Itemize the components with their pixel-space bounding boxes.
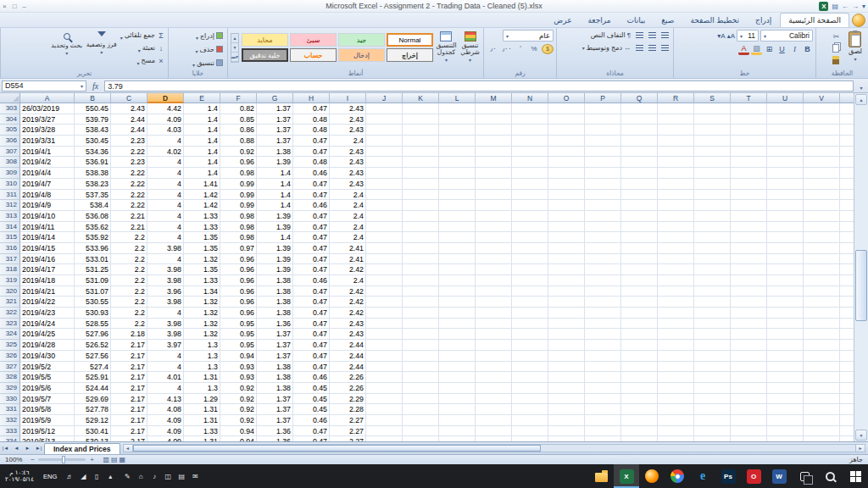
column-header-j[interactable]: J — [366, 93, 403, 103]
cell-I304[interactable]: 2.43 — [330, 114, 366, 125]
cell-N303[interactable] — [512, 103, 548, 114]
cell-I330[interactable]: 2.29 — [330, 394, 366, 405]
cell-O309[interactable] — [548, 168, 585, 179]
align-middle-button[interactable] — [647, 30, 658, 41]
cell-G317[interactable]: 1.39 — [257, 254, 293, 265]
cell-Q328[interactable] — [621, 372, 658, 383]
cell-Q312[interactable] — [621, 200, 658, 211]
cell-A330[interactable]: 2019/5/7 — [20, 394, 75, 405]
cell-A325[interactable]: 2019/4/28 — [20, 340, 75, 351]
cell-V331[interactable] — [804, 404, 840, 415]
cell-Q316[interactable] — [621, 243, 658, 254]
delete-cells-button[interactable]: حذف — [194, 43, 225, 55]
cell-B310[interactable]: 538.23 — [75, 179, 111, 190]
cell-V309[interactable] — [804, 168, 840, 179]
taskbar-edge-button[interactable]: e — [690, 464, 715, 488]
cell-J317[interactable] — [366, 254, 403, 265]
cell-K330[interactable] — [403, 394, 439, 405]
cell-C330[interactable]: 2.17 — [111, 394, 147, 405]
cell-J322[interactable] — [366, 308, 403, 319]
cell-L309[interactable] — [439, 168, 476, 179]
cell-E319[interactable]: 1.33 — [184, 275, 220, 286]
cell-C312[interactable]: 2.22 — [111, 200, 147, 211]
pinned-app-icon[interactable]: ⌂ — [136, 473, 146, 480]
cell-Q323[interactable] — [621, 319, 658, 330]
cell-M309[interactable] — [476, 168, 512, 179]
cell-J321[interactable] — [366, 297, 403, 308]
cell-P311[interactable] — [585, 190, 621, 201]
cell-L306[interactable] — [439, 136, 476, 147]
cell-P325[interactable] — [585, 340, 621, 351]
cell-B329[interactable]: 524.44 — [75, 383, 111, 394]
cell-G311[interactable]: 1.4 — [257, 190, 293, 201]
row-header-311[interactable]: 311 — [0, 190, 20, 201]
cell-D312[interactable]: 4 — [147, 200, 184, 211]
cell-K324[interactable] — [403, 329, 439, 340]
cell-W332[interactable] — [840, 415, 854, 426]
cell-H317[interactable]: 0.47 — [293, 254, 330, 265]
cell-G329[interactable]: 1.38 — [257, 383, 293, 394]
cell-K333[interactable] — [403, 426, 439, 437]
cell-I310[interactable]: 2.43 — [330, 179, 366, 190]
cell-I315[interactable]: 2.4 — [330, 232, 366, 243]
cell-M319[interactable] — [476, 275, 512, 286]
cell-style-good[interactable]: جيد — [338, 33, 385, 47]
row-header-307[interactable]: 307 — [0, 147, 20, 158]
cell-V323[interactable] — [804, 319, 840, 330]
cell-W322[interactable] — [840, 308, 854, 319]
cell-J316[interactable] — [366, 243, 403, 254]
cell-E332[interactable]: 1.31 — [184, 415, 220, 426]
cell-D314[interactable]: 4 — [147, 222, 184, 233]
column-header-w[interactable]: W — [840, 93, 854, 103]
cell-style-neutral[interactable]: محايد — [242, 33, 288, 47]
cell-C314[interactable]: 2.21 — [111, 222, 147, 233]
cell-A315[interactable]: 2019/4/14 — [20, 232, 75, 243]
gallery-down-icon[interactable] — [231, 43, 238, 53]
cell-T327[interactable] — [731, 362, 767, 373]
cell-E320[interactable]: 1.34 — [184, 286, 220, 297]
cell-R328[interactable] — [658, 372, 694, 383]
cell-R318[interactable] — [658, 264, 694, 275]
zoom-slider[interactable] — [38, 458, 86, 461]
cell-V330[interactable] — [804, 394, 840, 405]
cell-D324[interactable]: 3.98 — [147, 329, 184, 340]
cell-K311[interactable] — [403, 190, 439, 201]
cell-B311[interactable]: 537.35 — [75, 190, 111, 201]
cell-U320[interactable] — [767, 286, 804, 297]
cell-M331[interactable] — [476, 404, 512, 415]
row-header-305[interactable]: 305 — [0, 125, 20, 136]
vertical-scrollbar[interactable]: ▲ ▼ — [854, 93, 868, 441]
format-painter-button[interactable] — [830, 55, 843, 65]
cell-U314[interactable] — [767, 222, 804, 233]
cell-A323[interactable]: 2019/4/24 — [20, 319, 75, 330]
cell-N324[interactable] — [512, 329, 548, 340]
cell-U312[interactable] — [767, 200, 804, 211]
cell-L319[interactable] — [439, 275, 476, 286]
cell-I317[interactable]: 2.41 — [330, 254, 366, 265]
cell-P308[interactable] — [585, 157, 621, 168]
cell-P328[interactable] — [585, 372, 621, 383]
cell-U332[interactable] — [767, 415, 804, 426]
cell-G309[interactable]: 1.4 — [257, 168, 293, 179]
cell-H326[interactable]: 0.47 — [293, 351, 330, 362]
cell-A303[interactable]: 26/03/2019 — [20, 103, 75, 114]
row-header-330[interactable]: 330 — [0, 394, 20, 405]
cell-S319[interactable] — [694, 275, 731, 286]
cell-V324[interactable] — [804, 329, 840, 340]
percent-style-button[interactable]: % — [528, 43, 540, 54]
wrap-text-button[interactable]: التفاف النص — [589, 31, 632, 39]
cell-G319[interactable]: 1.38 — [257, 275, 293, 286]
cell-O331[interactable] — [548, 404, 585, 415]
cell-M322[interactable] — [476, 308, 512, 319]
cell-W316[interactable] — [840, 243, 854, 254]
cell-N310[interactable] — [512, 179, 548, 190]
cell-H324[interactable]: 0.47 — [293, 329, 330, 340]
gallery-up-icon[interactable] — [231, 34, 238, 43]
cell-S307[interactable] — [694, 147, 731, 158]
cell-M303[interactable] — [476, 103, 512, 114]
cell-V329[interactable] — [804, 383, 840, 394]
cell-N320[interactable] — [512, 286, 548, 297]
cell-W326[interactable] — [840, 351, 854, 362]
cell-H318[interactable]: 0.47 — [293, 264, 330, 275]
cell-S322[interactable] — [694, 308, 731, 319]
